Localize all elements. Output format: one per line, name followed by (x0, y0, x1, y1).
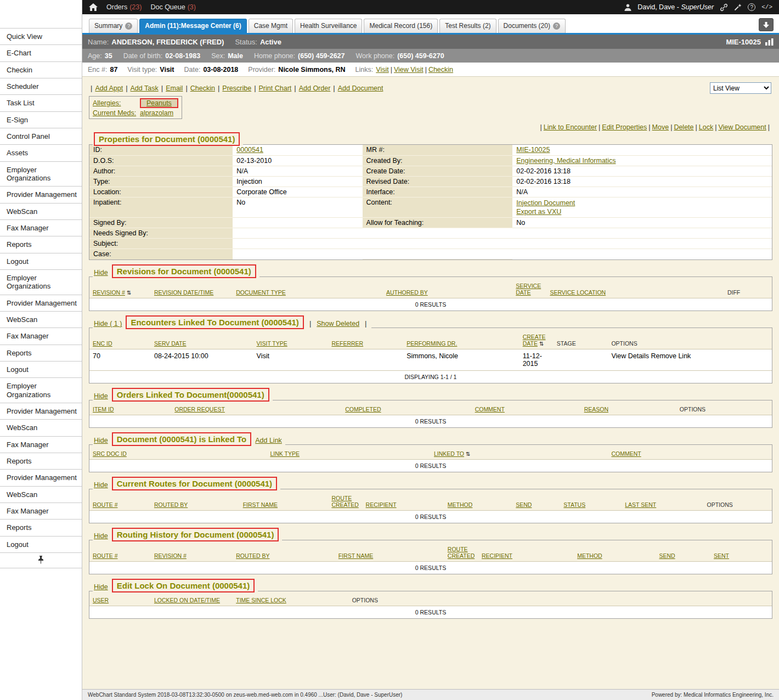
current-meds-label[interactable]: Current Meds: (93, 109, 140, 117)
home-icon[interactable] (89, 3, 98, 11)
tab-test-results-2[interactable]: Test Results (2) (439, 19, 496, 33)
tab-summary[interactable]: Summary? (89, 19, 138, 33)
column-header-revision[interactable]: REVISION #⇅ (89, 277, 151, 298)
column-header-routed-by[interactable]: ROUTED BY (233, 540, 335, 562)
tab-documents-20[interactable]: Documents (20)? (498, 19, 566, 33)
doc-action-lock[interactable]: Lock (699, 123, 713, 131)
property-link-export-as-vxu[interactable]: Export as VXU (516, 207, 768, 216)
toolbar-link-add-task[interactable]: Add Task (131, 84, 159, 92)
column-header-src-doc-id[interactable]: SRC DOC ID (89, 445, 267, 460)
sidebar-item-reports[interactable]: Reports (0, 236, 82, 252)
property-link-mie-10025[interactable]: MIE-10025 (516, 146, 550, 154)
toolbar-link-checkin[interactable]: Checkin (190, 84, 215, 92)
column-header-link-type[interactable]: LINK TYPE (267, 445, 431, 460)
sidebar-item-provider-management[interactable]: Provider Management (0, 295, 82, 311)
column-header-create-date[interactable]: CREATE DATE⇅ (520, 328, 554, 349)
sidebar-item-checkin[interactable]: Checkin (0, 61, 82, 78)
allergy-peanuts-link[interactable]: Peanuts (146, 99, 172, 107)
column-header-last-sent[interactable]: LAST SENT (622, 489, 703, 511)
chart-icon[interactable] (765, 38, 774, 46)
column-header-route-created[interactable]: ROUTE CREATED (444, 540, 478, 562)
cell-options[interactable]: View Details Remove Link (608, 349, 772, 371)
orders-link[interactable]: Orders (23) (106, 3, 142, 11)
allergies-label[interactable]: Allergies: (93, 99, 140, 107)
column-header-item-id[interactable]: ITEM ID (89, 400, 171, 415)
sidebar-item-webscan[interactable]: WebScan (0, 486, 82, 503)
section-link-show-deleted[interactable]: Show Deleted (317, 320, 359, 328)
column-header-revision[interactable]: REVISION # (151, 540, 233, 562)
tab-medical-record-156[interactable]: Medical Record (156) (364, 19, 438, 33)
sidebar-item-fax-manager[interactable]: Fax Manager (0, 219, 82, 236)
column-header-referrer[interactable]: REFERRER (328, 328, 403, 349)
column-header-enc-id[interactable]: ENC ID (89, 328, 151, 349)
sidebar-item-provider-management[interactable]: Provider Management (0, 403, 82, 419)
column-header-performing-dr[interactable]: PERFORMING DR. (403, 328, 519, 349)
sidebar-item-e-sign[interactable]: E-Sign (0, 111, 82, 128)
code-icon[interactable]: </> (761, 4, 772, 10)
column-header-authored-by[interactable]: AUTHORED BY (383, 277, 512, 298)
toolbar-link-print-chart[interactable]: Print Chart (259, 84, 292, 92)
toolbar-link-add-appt[interactable]: Add Appt (95, 84, 123, 92)
doc-queue-link[interactable]: Doc Queue (3) (150, 3, 196, 11)
column-header-recipient[interactable]: RECIPIENT (478, 540, 574, 562)
column-header-revision-date-time[interactable]: REVISION DATE/TIME (151, 277, 233, 298)
sidebar-item-webscan[interactable]: WebScan (0, 203, 82, 219)
column-header-route[interactable]: ROUTE # (89, 540, 151, 562)
doc-action-move[interactable]: Move (652, 123, 669, 131)
chain-link-icon[interactable] (720, 3, 728, 12)
hide-link[interactable]: Hide (94, 532, 108, 540)
sidebar-item-reports[interactable]: Reports (0, 453, 82, 469)
section-link-add-link[interactable]: Add Link (255, 437, 282, 444)
sidebar-item-scheduler[interactable]: Scheduler (0, 78, 82, 94)
column-header-service-location[interactable]: SERVICE LOCATION (546, 277, 724, 298)
property-link-engineering-medical-informatics[interactable]: Engineering, Medical Informatics (516, 157, 616, 165)
sort-icon[interactable]: ⇅ (466, 451, 470, 457)
column-header-first-name[interactable]: FIRST NAME (335, 540, 444, 562)
toolbar-link-email[interactable]: Email (166, 84, 183, 92)
column-header-locked-on-date-time[interactable]: LOCKED ON DATE/TIME (151, 591, 233, 606)
doc-action-edit-properties[interactable]: Edit Properties (602, 123, 647, 131)
sidebar-item-provider-management[interactable]: Provider Management (0, 469, 82, 486)
sidebar-pin-button[interactable] (0, 552, 82, 568)
hide-link[interactable]: Hide (94, 481, 108, 489)
property-link-injection-document[interactable]: Injection Document (516, 199, 768, 207)
patient-link-view-visit[interactable]: View Visit (394, 66, 424, 74)
sidebar-item-quick-view[interactable]: Quick View (0, 28, 82, 44)
toolbar-link-prescribe[interactable]: Prescribe (222, 84, 251, 92)
column-header-routed-by[interactable]: ROUTED BY (151, 489, 240, 511)
hide-link[interactable]: Hide ( 1 ) (94, 320, 122, 328)
sidebar-item-webscan[interactable]: WebScan (0, 419, 82, 436)
column-header-method[interactable]: METHOD (444, 489, 512, 511)
sort-icon[interactable]: ⇅ (127, 290, 131, 296)
sidebar-item-e-chart[interactable]: E-Chart (0, 44, 82, 61)
current-meds-value[interactable]: alprazolam (140, 109, 173, 117)
doc-action-view-document[interactable]: View Document (718, 123, 766, 131)
column-header-order-request[interactable]: ORDER REQUEST (171, 400, 342, 415)
column-header-send[interactable]: SEND (512, 489, 560, 511)
wand-icon[interactable] (734, 3, 742, 11)
sidebar-item-task-list[interactable]: Task List (0, 94, 82, 111)
column-header-time-since-lock[interactable]: TIME SINCE LOCK (233, 591, 348, 606)
column-header-recipient[interactable]: RECIPIENT (363, 489, 444, 511)
sidebar-item-employer-organizations[interactable]: Employer Organizations (0, 377, 82, 403)
sidebar-item-logout[interactable]: Logout (0, 536, 82, 552)
sidebar-item-fax-manager[interactable]: Fax Manager (0, 503, 82, 519)
column-header-status[interactable]: STATUS (560, 489, 622, 511)
hide-link[interactable]: Hide (94, 269, 108, 276)
sidebar-item-fax-manager[interactable]: Fax Manager (0, 328, 82, 344)
column-header-serv-date[interactable]: SERV DATE (151, 328, 253, 349)
column-header-linked-to[interactable]: LINKED TO⇅ (431, 445, 608, 460)
hide-link[interactable]: Hide (94, 583, 108, 591)
current-user[interactable]: David, Dave - SuperUser (637, 3, 714, 11)
column-header-user[interactable]: USER (89, 591, 151, 606)
column-header-service-date[interactable]: SERVICE DATE (512, 277, 546, 298)
sidebar-item-reports[interactable]: Reports (0, 345, 82, 361)
sort-icon[interactable]: ⇅ (539, 341, 544, 347)
sidebar-item-logout[interactable]: Logout (0, 361, 82, 377)
column-header-comment[interactable]: COMMENT (472, 400, 581, 415)
sidebar-item-control-panel[interactable]: Control Panel (0, 128, 82, 144)
property-link-0000541[interactable]: 0000541 (236, 146, 263, 154)
column-header-method[interactable]: METHOD (574, 540, 656, 562)
download-arrow-button[interactable] (759, 18, 774, 31)
sidebar-item-fax-manager[interactable]: Fax Manager (0, 436, 82, 453)
